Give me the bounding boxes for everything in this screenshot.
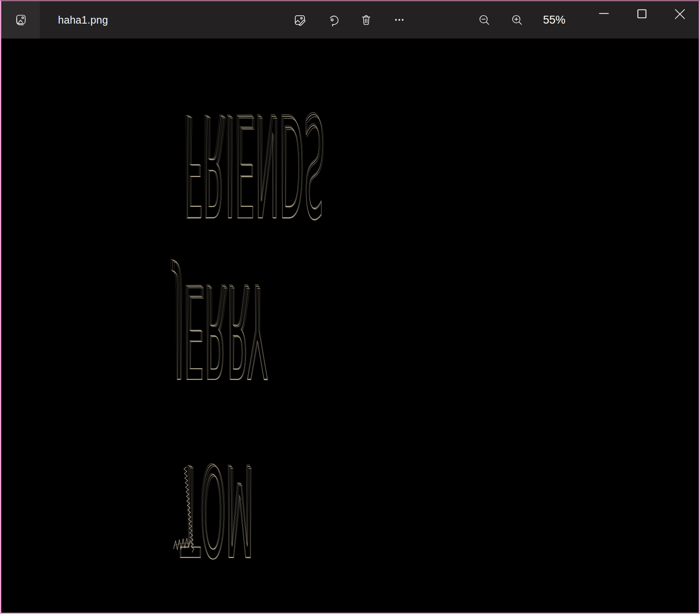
more-options-icon	[393, 14, 406, 26]
zoom-in-icon	[511, 14, 524, 27]
photos-app-icon	[14, 14, 27, 26]
sketch-word-jerry: JERRY JERRY JERRY	[171, 254, 269, 405]
minimize-button[interactable]	[590, 1, 618, 27]
zoom-level: 55%	[537, 1, 572, 39]
svg-text:JERRY: JERRY	[171, 254, 268, 405]
maximize-icon	[637, 9, 647, 19]
zoom-in-button[interactable]	[504, 7, 529, 32]
svg-text:FRIENDS: FRIENDS	[182, 81, 325, 246]
delete-button[interactable]	[354, 7, 379, 32]
image-canvas: FRIENDS FRIENDS FRIENDS JERRY JERRY JERR…	[1, 39, 699, 613]
edit-image-button[interactable]	[287, 7, 312, 32]
app-icon-button[interactable]	[1, 1, 40, 39]
rotate-button[interactable]	[321, 7, 345, 32]
image-viewport[interactable]: FRIENDS FRIENDS FRIENDS JERRY JERRY JERR…	[1, 39, 699, 613]
photos-app-window: haha1.png	[0, 0, 700, 614]
sketch-word-tom: TOM TOM TOM	[179, 435, 255, 583]
delete-icon	[360, 14, 372, 26]
zoom-out-icon	[478, 14, 491, 27]
close-button[interactable]	[666, 1, 693, 27]
edit-image-icon	[294, 14, 307, 27]
more-options-button[interactable]	[387, 7, 412, 32]
maximize-button[interactable]	[628, 1, 656, 27]
close-icon	[675, 9, 685, 19]
rotate-icon	[327, 14, 340, 27]
minimize-icon	[599, 9, 609, 19]
titlebar[interactable]: haha1.png	[1, 1, 699, 39]
zoom-out-button[interactable]	[472, 7, 497, 32]
window-title: haha1.png	[58, 1, 108, 39]
sketch-word-friends: FRIENDS FRIENDS FRIENDS	[182, 81, 326, 246]
svg-text:TOM: TOM	[179, 435, 253, 583]
